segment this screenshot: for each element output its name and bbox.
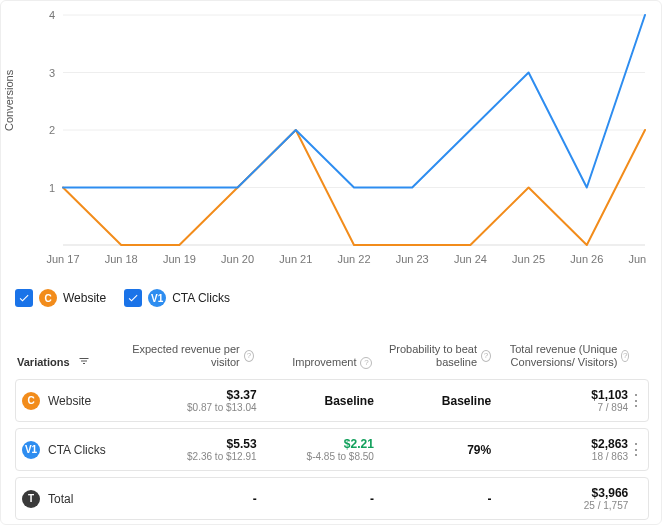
x-tick-label: Jun 21	[279, 253, 312, 265]
x-tick-label: Jun 24	[454, 253, 487, 265]
revenue-secondary: $2.36 to $12.91	[130, 451, 257, 462]
info-icon[interactable]: ?	[621, 350, 629, 362]
revenue-primary: -	[130, 492, 257, 506]
y-tick-label: 4	[49, 9, 55, 21]
row-name-label: CTA Clicks	[48, 443, 106, 457]
cell-total: $1,103 7 / 894	[491, 388, 628, 413]
variation-badge: V1	[22, 441, 40, 459]
header-variations-label: Variations	[17, 356, 70, 368]
probability-value: 79%	[374, 443, 491, 457]
header-variations[interactable]: Variations	[17, 355, 126, 369]
x-tick-label: Jun 25	[512, 253, 545, 265]
row-name: T Total	[22, 490, 130, 508]
row-name-label: Total	[48, 492, 73, 506]
total-secondary: 18 / 863	[491, 451, 628, 462]
legend-label: CTA Clicks	[172, 291, 230, 305]
more-icon[interactable]: ⋮	[628, 395, 642, 407]
checkbox-icon[interactable]	[124, 289, 142, 307]
x-tick-label: Jun 18	[105, 253, 138, 265]
cell-probability: Baseline	[374, 394, 491, 408]
info-icon[interactable]: ?	[360, 357, 372, 369]
y-tick-label: 1	[49, 182, 55, 194]
probability-value: Baseline	[374, 394, 491, 408]
row-name-label: Website	[48, 394, 91, 408]
chart-area: 1234Jun 17Jun 18Jun 19Jun 20Jun 21Jun 22…	[43, 9, 649, 269]
total-primary: $2,863	[491, 437, 628, 451]
x-tick-label: Jun 20	[221, 253, 254, 265]
x-tick-label: Jun 17	[46, 253, 79, 265]
y-axis-label: Conversions	[3, 70, 15, 131]
cell-revenue: -	[130, 492, 257, 506]
table-body: C Website $3.37 $0.87 to $13.04 Baseline…	[15, 379, 649, 520]
x-tick-label: Jun 22	[337, 253, 370, 265]
table-header-row: Variations Expected revenue per visitor …	[15, 339, 649, 379]
chart-svg: 1234Jun 17Jun 18Jun 19Jun 20Jun 21Jun 22…	[43, 9, 649, 269]
improvement-primary: Baseline	[257, 394, 374, 408]
more-icon[interactable]: ⋮	[628, 444, 642, 456]
checkbox-icon[interactable]	[15, 289, 33, 307]
x-tick-label: Jun 23	[396, 253, 429, 265]
improvement-primary: $2.21	[257, 437, 374, 451]
legend: C Website V1 CTA Clicks	[15, 289, 230, 307]
variations-table: Variations Expected revenue per visitor …	[15, 339, 649, 525]
cell-total: $2,863 18 / 863	[491, 437, 628, 462]
header-revenue: Expected revenue per visitor ?	[126, 343, 254, 369]
info-icon[interactable]: ?	[481, 350, 491, 362]
cell-total: $3,966 25 / 1,757	[491, 486, 628, 511]
filter-icon[interactable]	[78, 355, 90, 369]
x-tick-label: Jun 19	[163, 253, 196, 265]
table-row: V1 CTA Clicks $5.53 $2.36 to $12.91 $2.2…	[15, 428, 649, 471]
revenue-secondary: $0.87 to $13.04	[130, 402, 257, 413]
header-improvement: Improvement ?	[254, 356, 372, 369]
legend-item-website[interactable]: C Website	[15, 289, 106, 307]
cell-improvement: -	[257, 492, 374, 506]
info-icon[interactable]: ?	[244, 350, 254, 362]
cell-improvement: $2.21 $-4.85 to $8.50	[257, 437, 374, 462]
header-probability: Probability to beat baseline ?	[372, 343, 490, 369]
cell-revenue: $5.53 $2.36 to $12.91	[130, 437, 257, 462]
header-total: Total revenue (Unique Conversions/ Visit…	[491, 343, 629, 369]
total-secondary: 25 / 1,757	[491, 500, 628, 511]
y-tick-label: 3	[49, 67, 55, 79]
variation-badge-c: C	[39, 289, 57, 307]
revenue-primary: $3.37	[130, 388, 257, 402]
total-primary: $1,103	[491, 388, 628, 402]
row-name: V1 CTA Clicks	[22, 441, 130, 459]
variation-badge: C	[22, 392, 40, 410]
legend-item-cta[interactable]: V1 CTA Clicks	[124, 289, 230, 307]
table-row: C Website $3.37 $0.87 to $13.04 Baseline…	[15, 379, 649, 422]
total-primary: $3,966	[491, 486, 628, 500]
total-secondary: 7 / 894	[491, 402, 628, 413]
header-revenue-label: Expected revenue per visitor	[126, 343, 240, 369]
x-tick-label: Jun 26	[570, 253, 603, 265]
cell-revenue: $3.37 $0.87 to $13.04	[130, 388, 257, 413]
x-tick-label: Jun 27	[628, 253, 649, 265]
table-row: T Total - - - $3,966 25 / 1,757	[15, 477, 649, 520]
cell-probability: -	[374, 492, 491, 506]
header-total-label: Total revenue (Unique Conversions/ Visit…	[491, 343, 617, 369]
legend-label: Website	[63, 291, 106, 305]
cell-probability: 79%	[374, 443, 491, 457]
variation-badge: T	[22, 490, 40, 508]
header-probability-label: Probability to beat baseline	[372, 343, 477, 369]
probability-value: -	[374, 492, 491, 506]
improvement-primary: -	[257, 492, 374, 506]
row-name: C Website	[22, 392, 130, 410]
page: Conversions 1234Jun 17Jun 18Jun 19Jun 20…	[0, 0, 662, 525]
y-tick-label: 2	[49, 124, 55, 136]
variation-badge-v1: V1	[148, 289, 166, 307]
header-improvement-label: Improvement	[292, 356, 356, 369]
revenue-primary: $5.53	[130, 437, 257, 451]
improvement-secondary: $-4.85 to $8.50	[257, 451, 374, 462]
series-line-cta clicks	[63, 15, 645, 188]
cell-improvement: Baseline	[257, 394, 374, 408]
